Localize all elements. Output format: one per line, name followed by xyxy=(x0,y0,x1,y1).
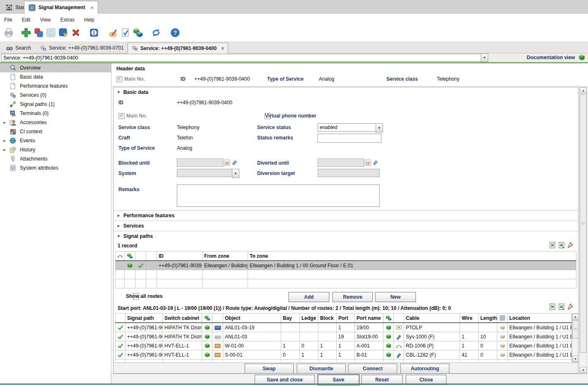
dismantle-button[interactable]: Dismantle xyxy=(297,364,346,374)
info-button[interactable] xyxy=(88,26,100,39)
export-excel-icon[interactable] xyxy=(549,242,556,249)
expand-arrow-icon[interactable]: ► xyxy=(0,121,9,125)
col-from-zone[interactable]: From zone xyxy=(202,252,248,261)
route-row[interactable]: ++49-(0)7961-90HVT-ELL-1 W-01-001011A-00… xyxy=(116,341,572,350)
expand-triangle-icon[interactable]: ► xyxy=(117,224,120,228)
collapse-triangle-icon[interactable]: ▼ xyxy=(117,90,120,94)
objects-button[interactable] xyxy=(132,26,144,39)
export-pdf-icon[interactable] xyxy=(567,303,574,310)
menu-edit[interactable]: Edit xyxy=(18,16,35,24)
tab-service-0701[interactable]: Service: ++49-(0)7961-9039-0701 × xyxy=(36,43,135,53)
menu-file[interactable]: File xyxy=(0,16,16,24)
col-bay[interactable]: Bay xyxy=(281,314,300,323)
sidebar-item-system-attributes[interactable]: System attributes xyxy=(0,163,111,173)
col-cable[interactable]: Cable xyxy=(404,314,460,323)
validate-button[interactable] xyxy=(119,26,132,39)
status-cube-icon xyxy=(202,350,212,360)
export-excel-icon[interactable] xyxy=(549,303,556,310)
sidebar-item-overview[interactable]: Overview xyxy=(0,63,111,72)
service-status-dropdown-arrow[interactable]: ▼ xyxy=(376,123,383,132)
route-row[interactable]: ++49-(0)7961-90HIPATH TK Distrib ANL01-0… xyxy=(116,323,572,332)
col-id[interactable]: ID xyxy=(157,252,202,261)
col-port-name[interactable]: Port name xyxy=(355,314,383,323)
basic-id-label: ID xyxy=(118,100,123,105)
status-remarks-input[interactable] xyxy=(318,134,381,143)
scroll-down-arrow[interactable]: ▼ xyxy=(580,367,587,373)
refresh-button[interactable] xyxy=(150,26,162,39)
remove-route-button[interactable]: Remove xyxy=(333,292,373,302)
system-dropdown-arrow[interactable]: ▼ xyxy=(232,169,239,178)
services-section-header[interactable]: ► Services xyxy=(113,222,578,230)
col-ledge[interactable]: Ledge xyxy=(300,314,318,323)
sidebar-item-services[interactable]: Services (0) xyxy=(0,91,111,100)
delete-button[interactable] xyxy=(70,26,82,39)
swap-button[interactable]: Swap xyxy=(245,364,294,374)
detail-panel: ▼ Basic data ID ++49-(0)7961-9039-0400 M… xyxy=(113,87,578,374)
sidebar-item-signal-paths[interactable]: Signal paths (1) xyxy=(0,100,111,109)
expand-triangle-icon[interactable]: ► xyxy=(117,213,120,218)
col-switch-cabinet[interactable]: Switch cabinet xyxy=(163,314,202,323)
sign-button[interactable] xyxy=(107,26,119,39)
route-table-scrollbar[interactable]: ▲ ▼ xyxy=(572,313,578,362)
tab-service-0400[interactable]: Service: ++49-(0)7961-9039-0400 × xyxy=(128,43,228,53)
box-icon xyxy=(497,323,508,332)
template-button[interactable] xyxy=(45,26,57,39)
route-row[interactable]: ++49-(0)7961-90HIPATH TK Distrib ANL01-0… xyxy=(116,332,572,341)
add-route-button[interactable]: Add xyxy=(289,292,329,302)
service-status-select[interactable]: enabled xyxy=(318,123,376,132)
col-object[interactable]: Object xyxy=(223,314,281,323)
sidebar-item-events[interactable]: ► Events xyxy=(0,136,111,145)
col-location[interactable]: Location xyxy=(508,314,572,323)
connect-button[interactable]: Connect xyxy=(348,364,397,374)
col-port[interactable]: Port xyxy=(337,314,355,323)
expand-arrow-icon[interactable]: ► xyxy=(0,148,9,152)
remarks-textarea[interactable] xyxy=(177,185,380,207)
route-row[interactable]: ++49-(0)7961-90HVT-ELL-1 S-00-010111B-01… xyxy=(116,350,572,360)
main-no-checkbox xyxy=(116,76,123,82)
scroll-down-arrow[interactable]: ▼ xyxy=(572,356,578,362)
sidebar-item-attachments[interactable]: Attachments xyxy=(0,154,111,163)
export-excel-selection-icon[interactable] xyxy=(558,303,565,310)
performance-features-section-header[interactable]: ► Performance features xyxy=(113,211,578,220)
sidebar-item-history[interactable]: ► History xyxy=(0,145,111,154)
service-selector-dropdown-arrow[interactable]: ▼ xyxy=(481,53,488,62)
menu-view[interactable]: View xyxy=(36,16,55,24)
tab-close-icon[interactable]: × xyxy=(221,46,224,51)
basic-main-no-checkbox xyxy=(118,113,125,119)
open-edit-button[interactable] xyxy=(57,26,70,39)
help-button[interactable]: ? xyxy=(169,26,181,39)
print-button[interactable] xyxy=(2,26,15,39)
service-selector-input[interactable] xyxy=(1,54,484,62)
collapse-triangle-icon[interactable]: ▼ xyxy=(117,234,120,238)
menu-help[interactable]: Help xyxy=(80,16,99,24)
scroll-up-arrow[interactable]: ▲ xyxy=(572,314,578,320)
export-excel-selection-icon[interactable] xyxy=(558,242,565,249)
signal-path-row[interactable]: ++49-(0)7961-9039-0 Ellwangen / Building… xyxy=(116,261,576,270)
new-route-button[interactable]: New xyxy=(375,292,416,302)
main-scrollbar[interactable]: ▲ ▼ xyxy=(579,87,587,374)
sidebar-item-accessories[interactable]: ► Accessories xyxy=(0,118,111,127)
col-signal-path[interactable]: Signal path xyxy=(125,314,163,323)
sidebar-item-ci-context[interactable]: CI context xyxy=(0,127,111,136)
tab-search[interactable]: Search xyxy=(2,43,35,53)
col-block[interactable]: Block xyxy=(318,314,337,323)
col-wire[interactable]: Wire xyxy=(460,314,479,323)
tab-close-icon[interactable]: × xyxy=(91,5,94,11)
col-to-zone[interactable]: To zone xyxy=(248,252,576,261)
copy-button[interactable] xyxy=(32,26,45,39)
sidebar-item-terminals[interactable]: Terminals (0) xyxy=(0,109,111,118)
sidebar-item-performance-features[interactable]: Performance features xyxy=(0,82,111,91)
col-length[interactable]: Length xyxy=(479,314,497,323)
sidebar-item-basic-data[interactable]: Basic data xyxy=(0,72,111,82)
expand-arrow-icon[interactable]: ► xyxy=(0,139,9,143)
route-row-clipped[interactable] xyxy=(116,360,572,362)
scroll-up-arrow[interactable]: ▲ xyxy=(580,87,587,94)
header-id-label: ID xyxy=(181,76,186,82)
signal-management-tab[interactable]: Signal Management × xyxy=(24,1,98,14)
export-pdf-icon[interactable] xyxy=(567,242,574,249)
basic-data-section-header[interactable]: ▼ Basic data xyxy=(113,88,578,96)
autorouting-button[interactable]: Autorouting xyxy=(400,364,449,374)
signal-paths-section-header[interactable]: ▼ Signal paths xyxy=(113,232,578,240)
add-button[interactable] xyxy=(20,26,32,39)
menu-extras[interactable]: Extras xyxy=(56,16,79,24)
